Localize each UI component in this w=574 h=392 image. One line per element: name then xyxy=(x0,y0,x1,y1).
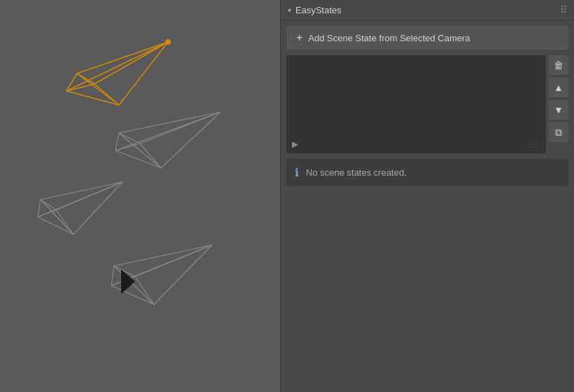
svg-line-25 xyxy=(38,217,74,234)
svg-line-16 xyxy=(119,133,161,168)
no-states-info-bar: ℹ No scene states created. xyxy=(286,159,568,186)
svg-line-0 xyxy=(77,42,168,74)
move-up-button[interactable]: ▲ xyxy=(549,78,568,97)
plus-icon: + xyxy=(296,31,302,44)
delete-button[interactable]: 🗑 xyxy=(549,55,568,75)
svg-point-10 xyxy=(165,39,171,45)
svg-line-21 xyxy=(41,182,122,200)
add-scene-state-button[interactable]: + Add Scene State from Selected Camera xyxy=(286,26,568,50)
chevron-down-icon[interactable]: ▾ xyxy=(288,6,291,14)
svg-line-24 xyxy=(38,200,41,217)
preview-play-icon[interactable]: ▶ xyxy=(292,139,298,149)
svg-line-22 xyxy=(74,182,122,234)
svg-line-28 xyxy=(41,200,56,210)
drag-handle-icon: ::::: xyxy=(527,141,540,149)
svg-line-12 xyxy=(161,112,220,168)
svg-line-6 xyxy=(94,42,168,84)
svg-line-14 xyxy=(115,133,119,150)
3d-viewport[interactable] xyxy=(0,0,280,392)
svg-line-27 xyxy=(56,182,122,210)
svg-line-15 xyxy=(115,150,161,168)
svg-line-1 xyxy=(119,42,168,105)
svg-line-32 xyxy=(154,245,212,304)
svg-line-2 xyxy=(66,42,168,91)
easy-states-panel: ▾ EasyStates ⠿ + Add Scene State from Se… xyxy=(280,0,574,392)
panel-title: EasyStates xyxy=(295,5,342,15)
svg-line-29 xyxy=(56,210,74,234)
svg-line-11 xyxy=(119,112,220,133)
info-icon: ℹ xyxy=(295,166,299,179)
move-down-button[interactable]: ▼ xyxy=(549,100,568,120)
svg-line-17 xyxy=(140,112,220,144)
svg-line-31 xyxy=(114,245,212,266)
panel-header: ▾ EasyStates ⠿ xyxy=(281,0,574,20)
svg-line-37 xyxy=(135,245,212,276)
panel-header-left: ▾ EasyStates xyxy=(288,5,342,15)
scene-state-preview[interactable]: ▶ ::::: xyxy=(286,55,546,153)
no-states-message: No scene states created. xyxy=(306,167,407,178)
preview-actions: 🗑 ▲ ▼ ⧉ xyxy=(549,55,568,153)
svg-line-9 xyxy=(66,84,94,91)
preview-container: ▶ ::::: 🗑 ▲ ▼ ⧉ xyxy=(286,55,568,153)
camera-wireframe-3 xyxy=(108,231,224,322)
panel-options-icon[interactable]: ⠿ xyxy=(560,4,567,15)
svg-line-34 xyxy=(111,266,114,286)
svg-line-36 xyxy=(114,266,154,304)
add-button-label: Add Scene State from Selected Camera xyxy=(308,33,470,43)
duplicate-button[interactable]: ⧉ xyxy=(549,122,568,142)
